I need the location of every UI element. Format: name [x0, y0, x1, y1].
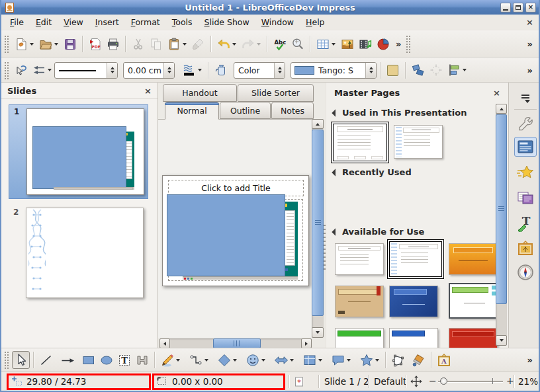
- fill-color-combo[interactable]: Tango: S: [291, 62, 377, 79]
- toolbar-grip[interactable]: [4, 35, 9, 53]
- master-scroll-down-button[interactable]: [496, 335, 507, 346]
- minimize-button[interactable]: [500, 3, 511, 13]
- callouts-dropdown-arrow[interactable]: [347, 359, 351, 362]
- master-thumb-cool[interactable]: [449, 283, 500, 319]
- line-width-spinner[interactable]: [163, 63, 174, 78]
- toolbar-grip[interactable]: [4, 61, 9, 79]
- master-scroll-up-button[interactable]: [496, 104, 507, 114]
- paste-dropdown-arrow[interactable]: [183, 43, 187, 46]
- block-arrows-button[interactable]: [272, 351, 290, 369]
- block-arrows-dropdown-arrow[interactable]: [290, 359, 294, 362]
- line-width-spinbox[interactable]: 0.00 cm: [123, 62, 175, 79]
- new-button[interactable]: [12, 35, 30, 53]
- fill-style-spinner[interactable]: [274, 63, 285, 78]
- basic-shapes-button[interactable]: [215, 351, 233, 369]
- open-button[interactable]: [36, 35, 54, 53]
- section-available-header[interactable]: Available for Use: [333, 227, 424, 237]
- textbox-tool-button[interactable]: T: [115, 351, 133, 369]
- fill-color-value[interactable]: Tango: S: [314, 65, 365, 75]
- toolbar-overflow-icon[interactable]: »: [523, 39, 537, 49]
- scroll-right-button[interactable]: [301, 338, 312, 348]
- zoom-out-button[interactable]: −: [429, 375, 437, 386]
- sidebar-transition-button[interactable]: [514, 188, 537, 208]
- scroll-down-button[interactable]: [312, 327, 324, 338]
- vertical-text-tool-button[interactable]: [133, 351, 151, 369]
- slide-canvas[interactable]: Click to add Title: [162, 175, 309, 286]
- save-button[interactable]: [61, 35, 79, 53]
- insert-image-button[interactable]: [338, 35, 356, 53]
- master-pages-close-icon[interactable]: ×: [493, 88, 500, 98]
- undo-button[interactable]: [214, 35, 232, 53]
- fill-color-spinner[interactable]: [365, 63, 376, 78]
- maximize-button[interactable]: [513, 3, 523, 13]
- master-thumb-red[interactable]: [449, 328, 498, 348]
- symbol-shapes-button[interactable]: [244, 351, 261, 369]
- curve-dropdown-arrow[interactable]: [176, 359, 180, 362]
- align-center-button[interactable]: [427, 61, 445, 79]
- scroll-up-button[interactable]: [312, 119, 324, 129]
- arrow-style-dropdown-arrow[interactable]: [48, 69, 52, 71]
- line-width-value[interactable]: 0.00 cm: [124, 65, 163, 75]
- title-bar[interactable]: Untitled 1 - LibreOfficeDev Impress ×: [1, 0, 539, 15]
- sidebar-navigator-button[interactable]: [514, 262, 537, 282]
- clone-formatting-button[interactable]: [189, 35, 207, 53]
- sidebar-master-pages-button-active[interactable]: [514, 137, 537, 157]
- document-modified-indicator[interactable]: *: [294, 376, 305, 389]
- toolbar-overflow-icon[interactable]: »: [523, 65, 537, 75]
- fill-style-combo[interactable]: Color: [234, 62, 285, 79]
- sidebar-menu-button[interactable]: [514, 88, 537, 108]
- rectangle-tool-button[interactable]: [79, 351, 97, 369]
- tab-normal-active[interactable]: Normal: [165, 102, 219, 120]
- master-thumb-blue[interactable]: [389, 286, 438, 317]
- horizontal-scrollbar-thumb[interactable]: [213, 338, 261, 348]
- sidebar-gallery-button[interactable]: [514, 239, 537, 258]
- area-style-button[interactable]: [212, 61, 230, 79]
- scroll-left-button[interactable]: [159, 338, 170, 348]
- line-color-dropdown-arrow[interactable]: [198, 69, 202, 71]
- slide-thumbnail-1-selected[interactable]: 1: [9, 104, 148, 199]
- line-style-combo[interactable]: [54, 62, 118, 79]
- edit-points-button[interactable]: [389, 351, 407, 369]
- menu-edit[interactable]: Edit: [30, 15, 58, 29]
- section-recent-header[interactable]: Recently Used: [333, 167, 412, 177]
- fontwork-button[interactable]: A: [435, 351, 453, 369]
- new-dropdown-arrow[interactable]: [30, 43, 34, 46]
- toolbar-overflow-icon[interactable]: »: [392, 39, 405, 49]
- sidebar-animation-button[interactable]: [514, 163, 537, 183]
- master-thumb-plain[interactable]: [335, 243, 384, 275]
- tab-slide-sorter[interactable]: Slide Sorter: [238, 84, 314, 102]
- line-style-spinner[interactable]: [107, 63, 117, 78]
- copy-button[interactable]: [147, 35, 165, 53]
- connector-tool-button[interactable]: [187, 351, 204, 369]
- master-thumb-used-dna[interactable]: [394, 125, 443, 159]
- menu-view[interactable]: View: [58, 15, 89, 29]
- undo-dropdown-arrow[interactable]: [232, 43, 236, 46]
- sidebar-properties-button[interactable]: [514, 114, 537, 134]
- ellipse-tool-button[interactable]: [97, 351, 115, 369]
- rotate-button[interactable]: [409, 61, 427, 79]
- master-thumb-bluebar[interactable]: [389, 328, 438, 348]
- zoom-slider-track[interactable]: [438, 381, 503, 383]
- table-dropdown-arrow[interactable]: [332, 43, 336, 46]
- close-document-icon[interactable]: ×: [526, 17, 533, 27]
- find-replace-button[interactable]: [289, 35, 306, 53]
- toggle-extrusion-button[interactable]: [410, 351, 428, 369]
- arrow-style-button[interactable]: [30, 61, 48, 79]
- insert-media-button[interactable]: [356, 35, 374, 53]
- sidebar-styles-button[interactable]: T: [514, 214, 537, 233]
- toolbar-overflow-icon[interactable]: »: [523, 355, 537, 365]
- section-used-header[interactable]: Used in This Presentation: [333, 108, 467, 118]
- menu-format[interactable]: Format: [125, 15, 166, 29]
- slide-thumbnail-2[interactable]: [26, 208, 144, 298]
- fit-slide-button[interactable]: [410, 375, 423, 390]
- slide-canvas-area[interactable]: Click to add Title: [158, 119, 312, 338]
- redo-button[interactable]: [239, 35, 257, 53]
- master-thumb-vintage[interactable]: [335, 286, 384, 317]
- zoom-in-button[interactable]: +: [506, 375, 514, 386]
- toolbar-grip[interactable]: [4, 351, 9, 369]
- line-tool-button[interactable]: [37, 351, 55, 369]
- cut-button[interactable]: [129, 35, 147, 53]
- select-tool-button[interactable]: [12, 351, 30, 369]
- menu-file[interactable]: File: [4, 15, 30, 29]
- master-thumb-sunset[interactable]: [449, 243, 498, 275]
